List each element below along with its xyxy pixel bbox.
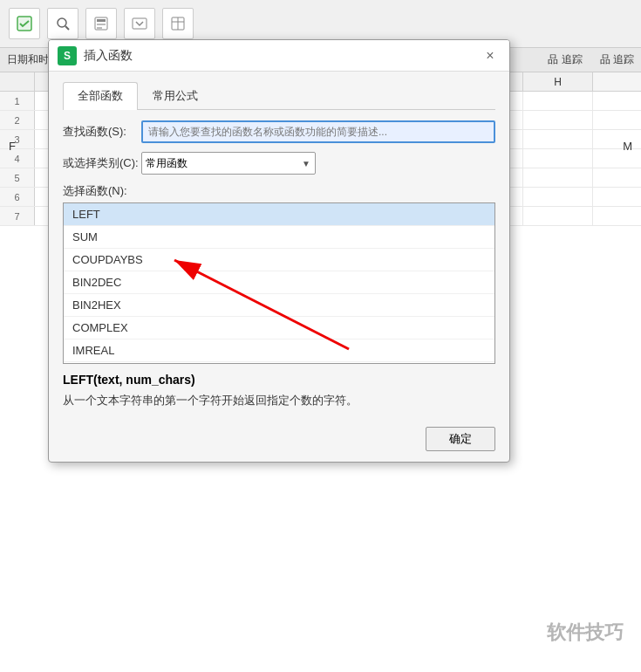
funclist-label: 选择函数(N): xyxy=(63,183,495,199)
dialog-titlebar: S 插入函数 × xyxy=(49,40,509,72)
toolbar-icon-3[interactable] xyxy=(85,8,117,39)
toolbar-icon-2[interactable] xyxy=(47,8,78,39)
watermark-text: 软件技巧 xyxy=(547,620,624,646)
svg-point-1 xyxy=(58,18,66,27)
func-item-complex[interactable]: COMPLEX xyxy=(64,317,494,339)
function-list: LEFT SUM COUPDAYBS BIN2DEC BIN2HEX COMPL… xyxy=(64,203,494,364)
col-m-label: M xyxy=(623,140,632,153)
search-input[interactable] xyxy=(141,120,495,143)
toolbar-icon-4[interactable] xyxy=(124,8,155,39)
func-item-left[interactable]: LEFT xyxy=(64,203,494,226)
func-item-bin2hex[interactable]: BIN2HEX xyxy=(64,294,494,317)
function-list-container: LEFT SUM COUPDAYBS BIN2DEC BIN2HEX COMPL… xyxy=(63,202,495,364)
toolbar-icons xyxy=(9,8,194,39)
dialog-body: 全部函数 常用公式 查找函数(S): 或选择类别(C): 常用函数 全部 最近使… xyxy=(49,72,509,462)
insert-function-dialog: S 插入函数 × 全部函数 常用公式 查找函数(S): 或选择类别(C): 常用… xyxy=(48,39,510,463)
svg-rect-5 xyxy=(97,24,106,25)
category-label: 或选择类别(C): xyxy=(63,155,141,171)
function-signature: LEFT(text, num_chars) xyxy=(63,373,495,387)
function-description: 从一个文本字符串的第一个字符开始返回指定个数的字符。 xyxy=(63,392,495,409)
tab-common-formula[interactable]: 常用公式 xyxy=(138,82,213,109)
tab-all-functions[interactable]: 全部函数 xyxy=(63,82,138,110)
dialog-title-text: 插入函数 xyxy=(84,48,473,64)
func-item-sum[interactable]: SUM xyxy=(64,226,494,249)
category-row: 或选择类别(C): 常用函数 全部 最近使用 财务 ▼ xyxy=(63,152,495,175)
dialog-footer: 确定 xyxy=(63,420,495,451)
col-f-label: F xyxy=(9,140,16,153)
search-label: 查找函数(S): xyxy=(63,124,141,140)
func-item-coupdaybs[interactable]: COUPDAYBS xyxy=(64,249,494,271)
func-item-imreal[interactable]: IMREAL xyxy=(64,339,494,362)
dialog-tabs: 全部函数 常用公式 xyxy=(63,82,495,110)
col-header-h: H xyxy=(523,72,593,91)
svg-rect-4 xyxy=(97,19,106,22)
func-item-imaginary[interactable]: IMAGINARY xyxy=(64,362,494,364)
func-item-bin2dec[interactable]: BIN2DEC xyxy=(64,271,494,294)
svg-rect-7 xyxy=(133,18,147,29)
dialog-title-icon: S xyxy=(58,46,77,65)
search-row: 查找函数(S): xyxy=(63,120,495,143)
category-select-wrapper: 常用函数 全部 最近使用 财务 ▼ xyxy=(141,152,316,175)
svg-rect-6 xyxy=(97,27,102,29)
dialog-close-button[interactable]: × xyxy=(480,45,501,66)
toolbar-icon-1[interactable] xyxy=(9,8,40,39)
category-select[interactable]: 常用函数 全部 最近使用 财务 xyxy=(141,152,316,175)
svg-line-2 xyxy=(65,26,69,30)
confirm-button[interactable]: 确定 xyxy=(426,427,495,451)
track-label: 品 追踪 xyxy=(548,52,582,67)
grid-corner xyxy=(0,72,35,91)
toolbar-icon-5[interactable] xyxy=(162,8,194,39)
track-label2: 品 追踪 xyxy=(600,52,634,67)
